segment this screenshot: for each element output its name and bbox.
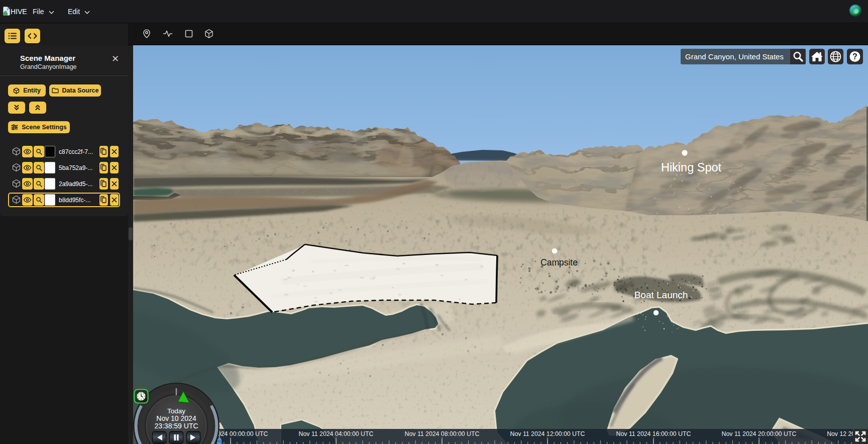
svg-text:Boat Launch: Boat Launch [634, 290, 688, 300]
svg-text:Campsite: Campsite [540, 257, 578, 268]
svg-text:Nov 11 2024 00:00:00 UTC: Nov 11 2024 00:00:00 UTC [216, 430, 268, 437]
svg-text:Nov 11 2024 04:00:00 UTC: Nov 11 2024 04:00:00 UTC [299, 430, 374, 437]
svg-text:Nov 12 2024 00:00:00 UTC: Nov 12 2024 00:00:00 UTC [827, 430, 853, 437]
svg-text:?: ? [852, 52, 857, 61]
svg-text:Nov 10 2024: Nov 10 2024 [156, 414, 196, 422]
svg-text:Nov 11 2024 08:00:00 UTC: Nov 11 2024 08:00:00 UTC [405, 430, 480, 437]
svg-text:Today: Today [167, 407, 185, 415]
svg-text:Nov 11 2024 20:00:00 UTC: Nov 11 2024 20:00:00 UTC [722, 430, 797, 437]
svg-text:23:38:59 UTC: 23:38:59 UTC [154, 422, 198, 430]
svg-text:Hiking Spot: Hiking Spot [661, 161, 722, 174]
svg-text:Nov 11 2024 16:00:00 UTC: Nov 11 2024 16:00:00 UTC [616, 430, 691, 437]
svg-text:Nov 11 2024 12:00:00 UTC: Nov 11 2024 12:00:00 UTC [510, 430, 585, 437]
